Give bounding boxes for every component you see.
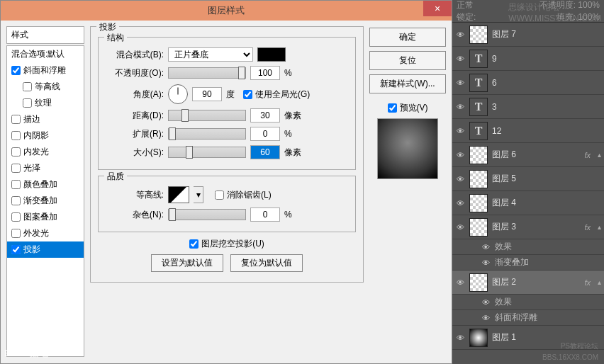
visibility-icon[interactable]: 👁 xyxy=(455,198,465,208)
layer-name: 图层 5 xyxy=(492,173,601,185)
visibility-icon[interactable]: 👁 xyxy=(455,333,465,343)
visibility-icon[interactable]: 👁 xyxy=(481,313,491,323)
set-default-button[interactable]: 设置为默认值 xyxy=(151,254,223,272)
visibility-icon[interactable]: 👁 xyxy=(455,174,465,184)
visibility-icon[interactable]: 👁 xyxy=(455,78,465,88)
distance-input[interactable] xyxy=(250,108,280,123)
size-input[interactable] xyxy=(250,145,280,159)
style-item[interactable]: 混合选项:默认 xyxy=(7,46,84,62)
noise-slider[interactable] xyxy=(168,209,246,220)
cancel-button[interactable]: 复位 xyxy=(369,51,446,70)
style-item[interactable]: 投影 xyxy=(7,241,84,258)
global-light-checkbox[interactable] xyxy=(243,90,252,99)
knockout-checkbox[interactable] xyxy=(189,239,198,249)
style-checkbox[interactable] xyxy=(23,82,32,91)
visibility-icon[interactable]: 👁 xyxy=(481,297,491,307)
visibility-icon[interactable]: 👁 xyxy=(481,242,491,252)
visibility-icon[interactable]: 👁 xyxy=(455,222,465,232)
global-light-label[interactable]: 使用全局光(G) xyxy=(243,89,310,101)
size-slider[interactable] xyxy=(168,147,246,158)
visibility-icon[interactable]: 👁 xyxy=(455,102,465,112)
layer-row[interactable]: 👁图层 3fx▴ xyxy=(452,215,604,239)
style-checkbox[interactable] xyxy=(23,98,32,108)
fx-badge: fx xyxy=(584,278,591,287)
style-item[interactable]: 内发光 xyxy=(7,144,84,160)
fx-toggle-icon[interactable]: ▴ xyxy=(598,151,601,159)
style-item[interactable]: 颜色叠加 xyxy=(7,176,84,193)
effect-row[interactable]: 👁斜面和浮雕 xyxy=(452,310,604,326)
contour-picker[interactable] xyxy=(168,186,189,203)
effect-row[interactable]: 👁效果 xyxy=(452,239,604,255)
style-checkbox[interactable] xyxy=(11,196,21,205)
antialias-checkbox[interactable] xyxy=(215,190,224,200)
visibility-icon[interactable]: 👁 xyxy=(455,150,465,160)
visibility-icon[interactable]: 👁 xyxy=(455,126,465,136)
layer-row[interactable]: 👁T12 xyxy=(452,119,604,143)
style-checkbox[interactable] xyxy=(11,164,21,173)
antialias-label[interactable]: 消除锯齿(L) xyxy=(215,189,272,201)
preview-checkbox[interactable] xyxy=(388,103,397,113)
contour-label: 等高线: xyxy=(106,189,164,201)
preview-label[interactable]: 预览(V) xyxy=(369,102,446,114)
watermark-top: 思缘设计论坛WWW.MISSYUAN.COM xyxy=(508,1,601,23)
layer-thumbnail: T xyxy=(469,50,488,68)
style-checkbox[interactable] xyxy=(11,147,21,157)
layer-row[interactable]: 👁T6 xyxy=(452,71,604,95)
visibility-icon[interactable]: 👁 xyxy=(481,258,491,268)
style-checkbox[interactable] xyxy=(11,115,21,124)
style-checkbox[interactable] xyxy=(11,245,21,254)
noise-input[interactable] xyxy=(250,207,280,222)
angle-dial[interactable] xyxy=(168,84,188,104)
style-checkbox[interactable] xyxy=(11,180,21,189)
layer-row[interactable]: 👁图层 5 xyxy=(452,167,604,191)
layer-row[interactable]: 👁T9 xyxy=(452,47,604,71)
visibility-icon[interactable]: 👁 xyxy=(455,54,465,64)
style-item[interactable]: 图案叠加 xyxy=(7,209,84,225)
fx-toggle-icon[interactable]: ▴ xyxy=(598,223,601,231)
style-item[interactable]: 外发光 xyxy=(7,225,84,241)
visibility-icon[interactable]: 👁 xyxy=(455,278,465,288)
watermark-bbs: BBS.16XX8.COM xyxy=(542,353,598,361)
restore-default-button[interactable]: 复位为默认值 xyxy=(230,254,303,272)
style-checkbox[interactable] xyxy=(11,212,21,222)
layers-list: 👁图层 7👁T9👁T6👁T3👁T12👁图层 6fx▴👁图层 5👁图层 4👁图层 … xyxy=(452,23,604,350)
style-checkbox[interactable] xyxy=(11,131,21,140)
style-item[interactable]: 渐变叠加 xyxy=(7,193,84,209)
opacity-slider[interactable] xyxy=(168,67,246,79)
layer-row[interactable]: 👁图层 6fx▴ xyxy=(452,143,604,167)
blend-mode-select[interactable]: 正片叠底 xyxy=(168,47,253,62)
fx-badge: fx xyxy=(584,223,591,232)
visibility-icon[interactable]: 👁 xyxy=(455,30,465,40)
layer-row[interactable]: 👁T3 xyxy=(452,95,604,119)
style-item[interactable]: 等高线 xyxy=(7,79,84,95)
style-label: 渐变叠加 xyxy=(23,195,57,207)
style-label: 外发光 xyxy=(23,227,49,239)
style-item[interactable]: 描边 xyxy=(7,111,84,127)
close-button[interactable]: × xyxy=(423,1,452,16)
style-item[interactable]: 纹理 xyxy=(7,95,84,111)
layer-row[interactable]: 👁图层 2fx▴ xyxy=(452,271,604,295)
style-item[interactable]: 斜面和浮雕 xyxy=(7,62,84,79)
effect-row[interactable]: 👁效果 xyxy=(452,295,604,310)
contour-dropdown[interactable]: ▾ xyxy=(194,186,203,203)
styles-header: 样式 xyxy=(6,26,84,44)
style-item[interactable]: 光泽 xyxy=(7,160,84,176)
style-checkbox[interactable] xyxy=(11,66,21,75)
style-checkbox[interactable] xyxy=(11,229,21,238)
layer-row[interactable]: 👁图层 7 xyxy=(452,23,604,47)
spread-input[interactable] xyxy=(250,127,280,141)
fx-toggle-icon[interactable]: ▴ xyxy=(598,278,601,286)
knockout-label[interactable]: 图层挖空投影(U) xyxy=(189,238,264,250)
ok-button[interactable]: 确定 xyxy=(369,28,446,47)
angle-input[interactable] xyxy=(192,87,222,101)
spread-slider[interactable] xyxy=(168,128,246,140)
style-item[interactable]: 内阴影 xyxy=(7,127,84,144)
effect-row[interactable]: 👁渐变叠加 xyxy=(452,255,604,271)
layer-thumbnail xyxy=(469,194,488,212)
layer-row[interactable]: 👁图层 4 xyxy=(452,191,604,215)
new-style-button[interactable]: 新建样式(W)... xyxy=(369,74,446,93)
layer-thumbnail xyxy=(469,170,488,188)
distance-slider[interactable] xyxy=(168,110,246,121)
shadow-color-swatch[interactable] xyxy=(257,47,286,62)
opacity-input[interactable] xyxy=(250,66,280,80)
